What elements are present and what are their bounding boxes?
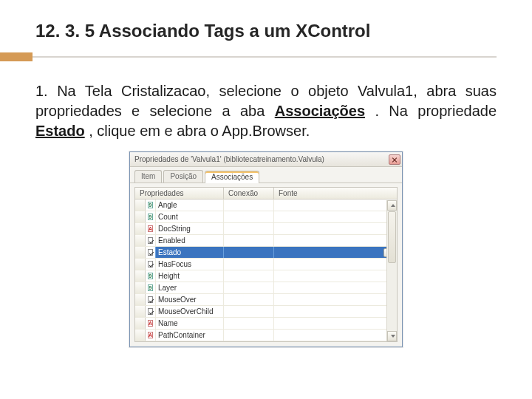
connection-cell[interactable] — [224, 294, 274, 305]
connection-cell[interactable] — [224, 318, 274, 329]
vertical-scrollbar[interactable] — [386, 200, 397, 341]
property-name: MouseOverChild — [156, 306, 224, 317]
connection-cell[interactable] — [224, 223, 274, 234]
property-name: Count — [156, 211, 224, 222]
connection-cell[interactable] — [224, 235, 274, 246]
property-name: Enabled — [156, 235, 224, 246]
para-estado: Estado — [35, 123, 85, 139]
row-header — [135, 259, 146, 270]
connection-cell[interactable] — [224, 259, 274, 270]
tabstrip: Item Posição Associações — [130, 167, 402, 183]
property-row[interactable]: 9Height — [135, 270, 397, 282]
source-cell[interactable] — [274, 282, 397, 293]
tab-associacoes[interactable]: Associações — [205, 171, 259, 183]
type-icon — [146, 306, 156, 317]
source-cell[interactable] — [274, 235, 397, 246]
source-cell[interactable] — [274, 223, 397, 234]
tab-item[interactable]: Item — [134, 170, 162, 183]
source-cell[interactable] — [274, 211, 397, 222]
row-header — [135, 223, 146, 234]
type-icon — [146, 247, 156, 258]
source-cell[interactable] — [274, 200, 397, 211]
property-name: Height — [156, 270, 224, 282]
properties-grid: Propriedades Conexão Fonte 9Angle9CountA… — [134, 187, 398, 342]
row-header — [135, 294, 146, 305]
property-row[interactable]: Estado… — [135, 247, 397, 259]
close-icon[interactable] — [389, 154, 400, 165]
property-row[interactable]: Enabled — [135, 235, 397, 247]
row-header — [135, 200, 146, 211]
row-header — [135, 282, 146, 293]
connection-cell[interactable] — [224, 282, 274, 293]
source-cell[interactable]: … — [274, 247, 397, 258]
row-header — [135, 235, 146, 246]
col-conexao[interactable]: Conexão — [224, 188, 274, 199]
property-row[interactable]: AName — [135, 318, 397, 330]
type-icon: 9 — [146, 270, 156, 282]
row-header — [135, 330, 146, 341]
col-propriedades[interactable]: Propriedades — [135, 188, 224, 199]
para-part: . Na propriedade — [375, 103, 497, 119]
type-icon: 9 — [146, 282, 156, 293]
connection-cell[interactable] — [224, 306, 274, 317]
section-heading: 12. 3. 5 Associando Tags a um XControl — [35, 21, 497, 41]
property-row[interactable]: APathContainer — [135, 330, 397, 341]
property-row[interactable]: 9Count — [135, 211, 397, 223]
row-header — [135, 247, 146, 258]
dialog-title: Propriedades de 'Valvula1' (bibliotecatr… — [134, 155, 389, 163]
row-header — [135, 306, 146, 317]
grid-header: Propriedades Conexão Fonte — [135, 188, 397, 200]
type-icon: A — [146, 318, 156, 329]
connection-cell[interactable] — [224, 270, 274, 282]
scroll-up-icon[interactable] — [387, 200, 397, 211]
property-name: DocString — [156, 223, 224, 234]
property-name: PathContainer — [156, 330, 224, 341]
property-name: Name — [156, 318, 224, 329]
col-fonte[interactable]: Fonte — [274, 188, 397, 199]
property-row[interactable]: MouseOver — [135, 294, 397, 306]
source-cell[interactable] — [274, 270, 397, 282]
property-row[interactable]: MouseOverChild — [135, 306, 397, 318]
dialog-titlebar[interactable]: Propriedades de 'Valvula1' (bibliotecatr… — [130, 152, 402, 167]
property-row[interactable]: ADocString — [135, 223, 397, 235]
property-row[interactable]: HasFocus — [135, 259, 397, 270]
connection-cell[interactable] — [224, 247, 274, 258]
type-icon — [146, 235, 156, 246]
properties-dialog: Propriedades de 'Valvula1' (bibliotecatr… — [129, 151, 403, 347]
connection-cell[interactable] — [224, 330, 274, 341]
instruction-paragraph: 1. Na Tela Cristalizacao, selecione o ob… — [35, 81, 497, 141]
row-header — [135, 318, 146, 329]
connection-cell[interactable] — [224, 211, 274, 222]
property-name: HasFocus — [156, 259, 224, 270]
property-name: Layer — [156, 282, 224, 293]
type-icon: A — [146, 223, 156, 234]
property-name: Angle — [156, 200, 224, 211]
source-cell[interactable] — [274, 330, 397, 341]
source-cell[interactable] — [274, 318, 397, 329]
property-row[interactable]: 9Angle — [135, 200, 397, 211]
scroll-down-icon[interactable] — [387, 331, 397, 341]
type-icon: A — [146, 330, 156, 341]
row-header — [135, 211, 146, 222]
heading-rule — [0, 52, 532, 62]
property-row[interactable]: 9Layer — [135, 282, 397, 294]
para-part: , clique em e abra o App.Browser. — [89, 123, 310, 139]
row-header — [135, 270, 146, 282]
connection-cell[interactable] — [224, 200, 274, 211]
type-icon — [146, 259, 156, 270]
source-cell[interactable] — [274, 259, 397, 270]
property-name: Estado — [156, 247, 224, 258]
scroll-thumb[interactable] — [388, 211, 396, 263]
property-name: MouseOver — [156, 294, 224, 305]
type-icon: 9 — [146, 211, 156, 222]
source-cell[interactable] — [274, 306, 397, 317]
para-assoc: Associações — [275, 103, 365, 119]
type-icon — [146, 294, 156, 305]
type-icon: 9 — [146, 200, 156, 211]
tab-posicao[interactable]: Posição — [163, 170, 203, 183]
source-cell[interactable] — [274, 294, 397, 305]
